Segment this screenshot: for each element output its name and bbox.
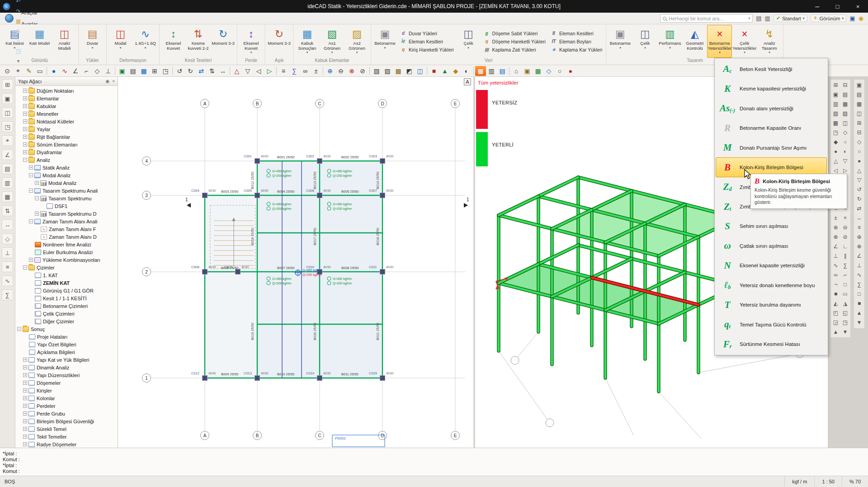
- tool-icon-20[interactable]: ⇄: [196, 66, 207, 76]
- tool-icon[interactable]: ⇅: [2, 205, 13, 216]
- tool-icon[interactable]: ▣: [831, 90, 840, 99]
- menu-item-eksenel-kapasite-yetersizliği[interactable]: NEksenel kapasite yetersizliği: [716, 256, 827, 275]
- tool-icon[interactable]: ▽: [854, 175, 864, 184]
- minimize-button[interactable]: ─: [807, 0, 827, 13]
- ribbon-button-moment-3-3[interactable]: ↻Moment 3-3: [211, 25, 236, 58]
- collapse-icon[interactable]: −: [29, 219, 33, 223]
- tree-item-düğüm-noktaları[interactable]: +Düğüm Noktaları: [15, 87, 118, 95]
- tree-item-rijit-bağlantılar[interactable]: +Rijit Bağlantılar: [15, 133, 118, 141]
- grid-icon[interactable]: ▥: [764, 15, 770, 22]
- expand-icon[interactable]: +: [23, 96, 27, 100]
- tool-icon[interactable]: ◇: [840, 128, 850, 137]
- ribbon-button-geometri-kontrolü[interactable]: ◭Geometri Kontrolü: [682, 25, 707, 58]
- tool-icon[interactable]: ◇: [2, 233, 13, 244]
- qat-icon-6[interactable]: ↷: [13, 6, 24, 16]
- collapse-icon[interactable]: −: [29, 189, 33, 193]
- ribbon-button-çelik[interactable]: ◫Çelik▾: [456, 25, 481, 58]
- tool-icon[interactable]: ∿: [854, 270, 864, 279]
- tool-icon[interactable]: ▲: [854, 308, 864, 317]
- veri-item-kaplama-kar-yükleri[interactable]: ∗Kaplama Kar Yükleri: [550, 47, 603, 52]
- tool-icon-10[interactable]: ⊥: [103, 66, 113, 76]
- tool-icon[interactable]: ◆: [831, 137, 840, 147]
- tool-icon[interactable]: ▩: [831, 118, 840, 128]
- tool-icon-31[interactable]: ∞: [300, 66, 311, 76]
- collapse-icon[interactable]: −: [35, 196, 39, 200]
- tree-item-diğer-çizimler[interactable]: Diğer Çizimler: [15, 317, 118, 325]
- tool-icon-13[interactable]: ▤: [127, 66, 138, 76]
- tool-icon[interactable]: ∑: [2, 289, 13, 300]
- tree-item-zemi-n-kat[interactable]: ZEMİN KAT: [15, 279, 118, 287]
- collapse-icon[interactable]: −: [29, 173, 33, 177]
- tree-item-elemanlar[interactable]: +Elemanlar: [15, 95, 118, 102]
- tree-item-döşemeler[interactable]: +Döşemeler: [15, 379, 118, 387]
- tool-icon[interactable]: ∑: [854, 279, 864, 289]
- tree-item-euler-burkulma-analizi[interactable]: Euler Burkulma Analizi: [15, 248, 118, 256]
- tool-icon-27[interactable]: ▷: [264, 66, 275, 76]
- tree-item-sürekli-temel[interactable]: +Sürekli Temel: [15, 425, 118, 433]
- tree-item-yükleme-kombinasyonları[interactable]: +Yükleme Kombinasyonları: [15, 256, 118, 264]
- tool-icon-50[interactable]: ▦: [475, 66, 486, 76]
- command-line[interactable]: *İptal :: [3, 463, 865, 468]
- tool-icon[interactable]: ±: [831, 213, 840, 222]
- tool-icon-35[interactable]: ⊖: [335, 66, 346, 76]
- tool-icon[interactable]: ⊥: [854, 260, 864, 270]
- qat-icon-5[interactable]: ↶: [13, 0, 24, 6]
- tool-icon[interactable]: ◫: [840, 118, 850, 128]
- maximize-button[interactable]: □: [827, 0, 848, 13]
- tool-icon-57[interactable]: ◇: [543, 66, 554, 76]
- tool-icon-54[interactable]: ⌂: [511, 66, 522, 76]
- tree-item-sonuç[interactable]: −Sonuç: [15, 325, 118, 333]
- tool-icon[interactable]: □: [840, 279, 850, 289]
- close-icon[interactable]: ×: [112, 79, 115, 84]
- tool-icon-21[interactable]: ⇅: [207, 66, 217, 76]
- tool-icon[interactable]: ∿: [831, 260, 840, 270]
- tree-item-perdeler[interactable]: +Perdeler: [15, 402, 118, 410]
- ribbon-button-duvar[interactable]: ▤Duvar▾: [80, 25, 105, 58]
- tool-icon[interactable]: ◮: [840, 298, 850, 308]
- ribbon-button-eksenel-kuvvet[interactable]: ↕Eksenel Kuvvet: [161, 25, 186, 58]
- tool-icon[interactable]: ⊗: [854, 241, 864, 251]
- tool-icon-25[interactable]: ▽: [242, 66, 253, 76]
- tree-item-proje-hataları[interactable]: Proje Hataları: [15, 333, 118, 340]
- qat-icon-8[interactable]: ⊞: [13, 26, 24, 36]
- tree-item-zaman-tanım-alanı-f[interactable]: Zaman Tanım Alanı F: [15, 225, 118, 233]
- tool-icon[interactable]: ▦: [2, 191, 13, 202]
- tree-item-kolonlar[interactable]: +Kolonlar: [15, 394, 118, 402]
- tool-icon[interactable]: ▤: [854, 90, 864, 99]
- tool-icon[interactable]: ▲: [831, 327, 840, 336]
- tree-item-çizimler[interactable]: −Çizimler: [15, 264, 118, 271]
- tool-icon-34[interactable]: ⊕: [325, 66, 335, 76]
- tree-item-betonarme-çizimleri[interactable]: Betonarme Çizimleri: [15, 302, 118, 310]
- collapse-icon[interactable]: −: [23, 265, 27, 270]
- ribbon-button-performans[interactable]: ▥Performans▾: [657, 25, 682, 58]
- tree-item-tasarım-spektrumu-d[interactable]: +Tasarım Spektrumu D: [15, 210, 118, 217]
- tool-icon[interactable]: ▼: [840, 327, 850, 336]
- tree-item-birleşim-bölgesi-güvenliği[interactable]: +Birleşim Bölgesi Güvenliği: [15, 417, 118, 425]
- tool-icon[interactable]: ▥: [831, 99, 840, 109]
- expand-icon[interactable]: +: [23, 388, 27, 392]
- tool-icon-26[interactable]: ◁: [253, 66, 264, 76]
- expand-icon[interactable]: +: [35, 212, 39, 216]
- help-icon[interactable]: ◉: [859, 15, 863, 22]
- tool-icon-52[interactable]: ▤: [497, 66, 508, 76]
- tree-item-tekil-temeller[interactable]: +Tekil Temeller: [15, 433, 118, 440]
- tool-icon[interactable]: △: [854, 165, 864, 175]
- tree-item-kesit-1-1-1-kesi-ti[interactable]: Kesit 1 / 1-1 KESİTİ: [15, 294, 118, 302]
- veri-item-kiriş-hareketli-yükleri[interactable]: qKiriş Hareketli Yükleri: [400, 47, 454, 52]
- expand-icon[interactable]: +: [23, 404, 27, 408]
- tool-icon-5[interactable]: ●: [48, 66, 59, 76]
- command-line[interactable]: Komut :: [3, 468, 865, 474]
- tool-icon[interactable]: ⊞: [831, 80, 840, 90]
- tool-icon[interactable]: ▧: [831, 109, 840, 118]
- menu-item-betonarme-kapasite-oranı[interactable]: RBetonarme Kapasite Oranı: [716, 118, 827, 137]
- veri-item-duvar-yükleri[interactable]: dDuvar Yükleri: [400, 31, 454, 36]
- tool-icon[interactable]: ⊕: [831, 222, 840, 232]
- tool-icon-29[interactable]: ≡: [278, 66, 289, 76]
- tree-item-görünüş-g1-g1-gör[interactable]: Görünüş G1 / G1 GÖR: [15, 287, 118, 294]
- expand-icon[interactable]: +: [23, 442, 27, 446]
- expand-icon[interactable]: +: [23, 419, 27, 423]
- menu-item-sürtünme-kesmesi-hatası[interactable]: FrSürtünme Kesmesi Hatası: [716, 335, 827, 354]
- tool-icon[interactable]: ∑: [840, 260, 850, 270]
- tool-icon[interactable]: ▣: [2, 93, 13, 104]
- tool-icon[interactable]: ▦: [840, 99, 850, 109]
